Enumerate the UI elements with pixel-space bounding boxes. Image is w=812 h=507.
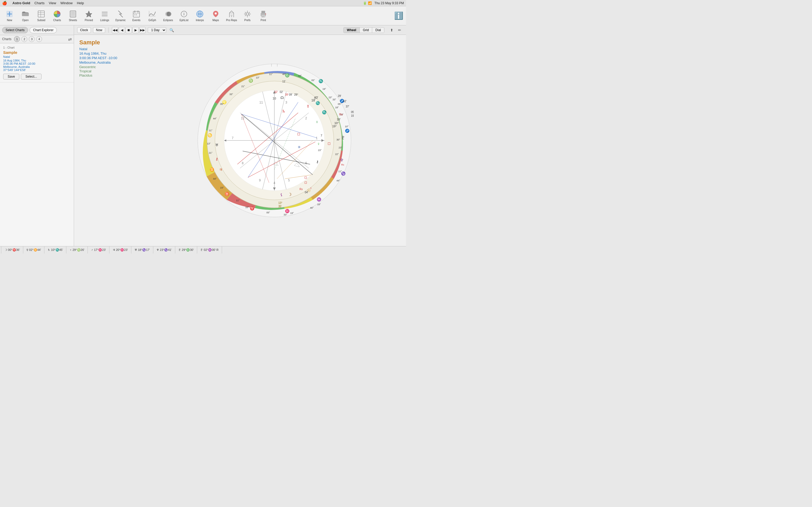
status-venus[interactable]: ♀ 29°♍26' [66, 246, 88, 253]
svg-text:02': 02' [280, 91, 283, 94]
chart-tab-3[interactable]: 3 [29, 36, 35, 42]
maps-label: Maps [212, 19, 219, 22]
svg-text:44°: 44° [213, 177, 217, 180]
toolbar-eclipses-button[interactable]: Eclipses [161, 7, 175, 24]
status-pluto[interactable]: ♇ 29°♎30' [175, 246, 197, 253]
period-select[interactable]: 1 Day [148, 27, 166, 33]
events-icon [132, 10, 141, 18]
menu-view[interactable]: View [49, 1, 56, 5]
view-toggle-group: Wheel Grid Dial [343, 27, 384, 33]
svg-text:5: 5 [288, 178, 290, 182]
status-mars[interactable]: ♂ 17°♓23' [88, 246, 109, 253]
print-icon [259, 10, 267, 18]
svg-text:29': 29' [338, 95, 341, 98]
chart-tab-2[interactable]: 2 [21, 36, 27, 42]
search-button[interactable]: 🔍 [168, 27, 175, 33]
toolbar-pinned-button[interactable]: Pinned [82, 7, 96, 24]
chart-tab-1[interactable]: 1 [14, 36, 20, 42]
astro-wheel: 1 2 3 10 11 12 7 8 9 4 5 6 [195, 61, 354, 220]
toolbar-prefs-button[interactable]: Prefs [240, 7, 255, 24]
toolbar-sheets-button[interactable]: Sheets [65, 7, 80, 24]
nav-forward[interactable]: ▶ [133, 27, 139, 33]
chart-explorer-tab[interactable]: Chart Explorer [30, 27, 57, 33]
toolbar-subsid-button[interactable]: Subsid [34, 7, 49, 24]
nav-stop[interactable]: ⏹ [125, 27, 132, 33]
toolbar-ephlist-button[interactable]: i EphList [176, 7, 191, 24]
status-pluto-rx[interactable]: ♇ 02°♒00' R [197, 246, 222, 253]
share-button[interactable]: ⬆ [389, 27, 395, 33]
proreps-label: Pro Reps [226, 19, 237, 22]
subsid-label: Subsid [37, 19, 45, 22]
nav-back-back[interactable]: ◀◀ [112, 27, 118, 33]
select-button[interactable]: Select... [21, 74, 41, 79]
status-moon[interactable]: ☽ 00°♈36' [1, 246, 23, 253]
open-label: Open [22, 19, 29, 22]
svg-text:9: 9 [259, 178, 261, 182]
chart-type-label: Natal [3, 55, 70, 58]
save-button[interactable]: Save [3, 74, 19, 79]
svg-text:05°: 05° [338, 103, 342, 105]
new-icon [5, 10, 14, 18]
svg-text:40°: 40° [282, 73, 286, 75]
svg-text:11°: 11° [338, 170, 342, 173]
toolbar-dynamic-button[interactable]: Dynamic [113, 7, 128, 24]
toolbar-new-button[interactable]: New [2, 7, 17, 24]
nav-forward-forward[interactable]: ▶▶ [139, 27, 146, 33]
menu-help[interactable]: Help [77, 1, 84, 5]
chart-tab-4[interactable]: 4 [36, 36, 42, 42]
svg-text:05°: 05° [311, 79, 315, 81]
status-saturn[interactable]: ♄ 10°♏45' [44, 246, 66, 253]
toolbar-maps-button[interactable]: Maps [208, 7, 223, 24]
svg-text:♇: ♇ [341, 135, 345, 140]
status-neptune[interactable]: ♆ 23°♑41' [153, 246, 175, 253]
svg-text:♍: ♍ [248, 78, 253, 83]
toolbar-proreps-button[interactable]: Pro Reps [224, 7, 239, 24]
apple-menu[interactable]: 🍎 [2, 1, 7, 6]
svg-text:04': 04' [305, 191, 308, 194]
wheel-view-btn[interactable]: Wheel [344, 27, 359, 33]
svg-rect-37 [262, 16, 265, 16]
chart-buttons: Save Select... [3, 74, 70, 79]
shuffle-button[interactable]: ⇄ [68, 37, 71, 42]
svg-text:☿: ☿ [307, 104, 309, 108]
dial-view-btn[interactable]: Dial [372, 27, 384, 33]
settings-button[interactable]: ✏ [397, 27, 403, 33]
status-jupiter[interactable]: ♃ 20°♓23' [109, 246, 132, 253]
svg-text:22°: 22° [335, 153, 339, 156]
clock-button[interactable]: Clock [77, 27, 91, 33]
ephlist-label: EphList [180, 19, 188, 22]
toolbar-greph-button[interactable]: GrEph [145, 7, 160, 24]
status-mercury[interactable]: ☿ 02°♊44' [23, 246, 44, 253]
subsid-icon [37, 10, 45, 18]
toolbar-listings-button[interactable]: Listings [97, 7, 112, 24]
svg-rect-21 [136, 14, 137, 15]
menu-window[interactable]: Window [60, 1, 72, 5]
chart-area: Clock Now ◀◀ ◀ ⏹ ▶ ▶▶ 1 Day 🔍 Wheel Grid… [74, 25, 406, 246]
help-button[interactable]: ℹ️ [393, 11, 404, 21]
menu-charts[interactable]: Charts [34, 1, 44, 5]
svg-text:10°: 10° [335, 121, 339, 125]
chart-info-date: 16 Aug 1984, Thu [79, 52, 138, 55]
now-button[interactable]: Now [93, 27, 105, 33]
svg-text:♅: ♅ [215, 143, 218, 147]
toolbar-open-button[interactable]: Open [18, 7, 33, 24]
toolbar-separator-1 [108, 27, 109, 33]
charts-label: Charts [53, 19, 61, 22]
sheets-label: Sheets [69, 19, 77, 22]
toolbar-interps-button[interactable]: Interps [192, 7, 207, 24]
svg-text:37': 37' [346, 105, 349, 108]
toolbar-charts-button[interactable]: Charts [50, 7, 64, 24]
select-charts-tab[interactable]: Select Charts [2, 27, 28, 33]
toolbar-events-button[interactable]: Events [129, 7, 144, 24]
svg-text:4: 4 [273, 181, 275, 185]
nav-back[interactable]: ◀ [119, 27, 125, 33]
svg-text:♐: ♐ [345, 129, 350, 133]
svg-point-25 [166, 12, 171, 16]
svg-text:♀: ♀ [315, 120, 318, 124]
svg-text:⚷: ⚷ [316, 160, 319, 164]
svg-text:♊: ♊ [210, 167, 214, 172]
nav-buttons: ◀◀ ◀ ⏹ ▶ ▶▶ [112, 27, 146, 33]
toolbar-print-button[interactable]: Print [256, 7, 271, 24]
grid-view-btn[interactable]: Grid [360, 27, 372, 33]
status-uranus[interactable]: ♅ 18°♑17' [132, 246, 153, 253]
